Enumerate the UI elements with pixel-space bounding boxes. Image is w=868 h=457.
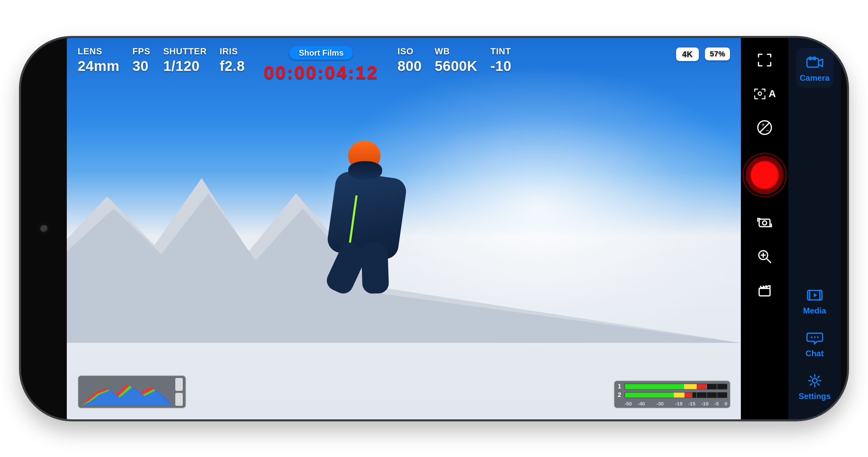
switch-camera-icon (756, 214, 773, 231)
switch-camera-button[interactable] (752, 210, 777, 235)
record-button[interactable] (742, 153, 787, 197)
audio-meter-widget[interactable]: 1 2 (614, 380, 731, 408)
autofocus-letter: A (769, 88, 776, 99)
phone-frame: LENS 24mm FPS 30 SHUTTER 1/120 IRIS f2.8… (19, 36, 849, 421)
lens-value: 24mm (78, 58, 119, 74)
scenery-mountains-icon (67, 160, 741, 343)
svg-rect-7 (759, 288, 770, 296)
gear-icon (806, 373, 824, 388)
slate-button[interactable] (752, 278, 777, 303)
subject-skier-icon (330, 141, 404, 283)
svg-point-5 (763, 221, 767, 225)
nav-settings[interactable]: Settings (796, 366, 833, 406)
camera-icon (806, 55, 824, 70)
audio-channel-2: 2 (617, 392, 727, 399)
bezel-left (21, 38, 67, 419)
nav-chat-label: Chat (806, 349, 824, 358)
project-name-pill[interactable]: Short Films (289, 46, 353, 60)
camera-viewfinder[interactable]: LENS 24mm FPS 30 SHUTTER 1/120 IRIS f2.8… (67, 38, 741, 419)
histogram-toggle-bottom[interactable] (175, 393, 183, 406)
iso-label: ISO (397, 46, 422, 57)
media-icon (806, 288, 824, 303)
tint-label: TINT (490, 46, 511, 57)
chat-icon (806, 330, 824, 345)
iso-readout[interactable]: ISO 800 (397, 46, 422, 74)
nav-camera-label: Camera (800, 73, 829, 83)
status-badges: 4K 57% (676, 46, 730, 61)
svg-point-13 (814, 336, 815, 338)
audio-scale: -50-40-30-18-15-10-50 (617, 400, 727, 406)
exposure-button[interactable]: + − (752, 115, 777, 140)
iris-label: IRIS (220, 46, 245, 57)
iso-value: 800 (397, 58, 422, 74)
audio-ch1-bar (625, 384, 727, 389)
tint-readout[interactable]: TINT -10 (490, 46, 511, 74)
lens-label: LENS (78, 46, 119, 57)
wb-readout[interactable]: WB 5600K (435, 46, 477, 74)
project-and-timecode: Short Films 00:00:04:12 (264, 46, 378, 83)
fps-readout[interactable]: FPS 30 (132, 46, 150, 74)
fps-value: 30 (132, 58, 150, 74)
hw-power-button (363, 36, 431, 38)
fullscreen-button[interactable] (752, 47, 777, 72)
wb-label: WB (435, 46, 477, 57)
shutter-readout[interactable]: SHUTTER 1/120 (163, 46, 206, 74)
nav-media[interactable]: Media (796, 281, 833, 320)
histogram-plot-icon (81, 378, 172, 406)
nav-chat[interactable]: Chat (796, 324, 833, 363)
camera-controls-strip: A + − (741, 38, 788, 419)
bezel-right (841, 38, 847, 419)
histogram-side-buttons (175, 378, 183, 406)
focus-reticle-icon (753, 87, 767, 100)
shutter-label: SHUTTER (163, 46, 206, 57)
screen: LENS 24mm FPS 30 SHUTTER 1/120 IRIS f2.8… (67, 38, 841, 419)
lens-readout[interactable]: LENS 24mm (78, 46, 119, 74)
zoom-in-icon (756, 248, 773, 265)
svg-point-0 (758, 92, 762, 95)
audio-ch2-bar (625, 392, 727, 398)
exposure-icon: + − (756, 119, 773, 136)
nav-camera[interactable]: Camera (796, 48, 833, 88)
svg-text:+: + (762, 122, 765, 128)
svg-point-14 (817, 336, 818, 338)
svg-text:−: − (766, 128, 769, 133)
iris-readout[interactable]: IRIS f2.8 (220, 46, 245, 74)
audio-ch1-label: 1 (617, 383, 622, 390)
battery-badge[interactable]: 57% (705, 47, 730, 60)
slate-icon (756, 282, 773, 299)
nav-settings-label: Settings (798, 392, 831, 401)
iris-value: f2.8 (220, 58, 245, 74)
top-status-strip: LENS 24mm FPS 30 SHUTTER 1/120 IRIS f2.8… (67, 38, 741, 83)
svg-rect-8 (807, 58, 818, 67)
fullscreen-icon (756, 52, 773, 68)
histogram-toggle-top[interactable] (175, 378, 183, 391)
svg-point-12 (811, 336, 812, 338)
histogram-widget[interactable] (78, 375, 186, 408)
audio-ch2-label: 2 (617, 392, 622, 399)
audio-channel-1: 1 (617, 383, 727, 390)
app-nav-rail: Camera Media Chat (788, 38, 841, 419)
nav-media-label: Media (803, 306, 826, 316)
svg-point-15 (812, 378, 817, 383)
zoom-button[interactable] (752, 244, 777, 269)
wb-value: 5600K (435, 58, 477, 74)
autofocus-button[interactable]: A (752, 81, 777, 106)
resolution-badge[interactable]: 4K (676, 47, 699, 61)
timecode-display: 00:00:04:12 (264, 62, 378, 83)
front-camera-lens-icon (38, 222, 51, 235)
shutter-value: 1/120 (163, 58, 206, 74)
hw-volume-button (279, 36, 350, 38)
tint-value: -10 (490, 58, 511, 74)
fps-label: FPS (132, 46, 150, 57)
